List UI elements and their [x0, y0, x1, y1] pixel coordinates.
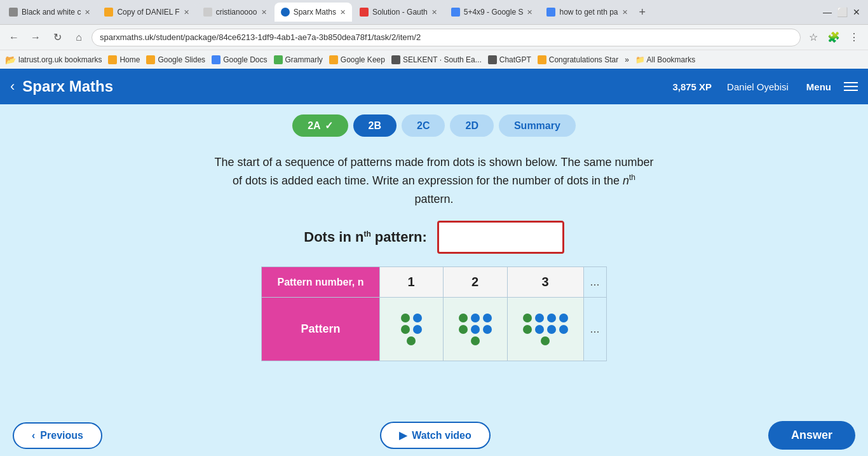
bookmark-congrats[interactable]: Congratulations Star — [538, 55, 618, 64]
main-content: 2A ✓ 2B 2C 2D Summary The start of a seq… — [0, 104, 868, 456]
task-tabs: 2A ✓ 2B 2C 2D Summary — [0, 104, 868, 143]
previous-button[interactable]: ‹ Previous — [13, 422, 102, 449]
tab-5[interactable]: Solution - Gauth ✕ — [353, 3, 444, 22]
nav-bar: ← → ↻ ⌂ ☆ 🧩 ⋮ — [0, 24, 868, 50]
url-bar[interactable] — [92, 29, 801, 46]
settings-button[interactable]: ⋮ — [845, 29, 863, 46]
watch-video-button[interactable]: ▶ Watch video — [380, 422, 491, 449]
bookmark-button[interactable]: ☆ — [804, 29, 822, 46]
hamburger-icon[interactable] — [844, 82, 858, 91]
bookmark-docs[interactable]: Google Docs — [212, 55, 267, 64]
col2-num: 2 — [443, 267, 507, 298]
bookmark-keep[interactable]: Google Keep — [329, 55, 385, 64]
more-cols-pattern: ... — [583, 298, 606, 361]
close-tab-4[interactable]: ✕ — [340, 8, 346, 17]
bookmarks-bar: 📂 latrust.org.uk bookmarks Home Google S… — [0, 50, 868, 69]
pattern-1 — [379, 298, 443, 361]
pattern-2 — [443, 298, 507, 361]
tab-3[interactable]: cristianoooo ✕ — [197, 3, 273, 22]
sparx-logo: Sparx Maths — [22, 78, 665, 95]
home-button[interactable]: ⌂ — [70, 29, 88, 46]
tab-2A[interactable]: 2A ✓ — [292, 114, 348, 137]
new-tab-button[interactable]: + — [635, 6, 650, 19]
pattern-table: Pattern number, n 1 2 3 ... Pattern — [261, 266, 606, 361]
more-cols-num: ... — [583, 267, 606, 298]
bookmark-latrust[interactable]: 📂 latrust.org.uk bookmarks — [5, 55, 102, 65]
bookmark-chatgpt[interactable]: ChatGPT — [488, 55, 531, 64]
col1-num: 1 — [379, 267, 443, 298]
answer-label: Dots in nth pattern: — [304, 229, 426, 245]
menu-button[interactable]: Menu — [806, 81, 831, 92]
pattern-3 — [507, 298, 583, 361]
sparx-header: ‹ Sparx Maths 3,875 XP Daniel Oyebisi Me… — [0, 69, 868, 104]
bookmark-selkent[interactable]: SELKENT · South Ea... — [391, 55, 482, 64]
chevron-left-icon: ‹ — [32, 430, 35, 441]
close-tab-3[interactable]: ✕ — [261, 8, 267, 17]
bookmark-slides[interactable]: Google Slides — [146, 55, 205, 64]
close-tab-6[interactable]: ✕ — [527, 8, 532, 17]
minimize-button[interactable]: — — [823, 7, 832, 17]
maximize-button[interactable]: ⬜ — [837, 7, 848, 17]
tab-6[interactable]: 5+4x9 - Google S ✕ — [445, 3, 539, 22]
tab-2D[interactable]: 2D — [450, 114, 493, 137]
pattern-number-header: Pattern number, n — [262, 267, 379, 298]
bookmark-grammarly[interactable]: Grammarly — [274, 55, 323, 64]
footer: ‹ Previous ▶ Watch video Answer — [0, 415, 868, 456]
extensions-button[interactable]: 🧩 — [825, 29, 843, 46]
tab-summary[interactable]: Summary — [499, 114, 576, 137]
back-button[interactable]: ← — [5, 29, 23, 46]
xp-display: 3,875 XP — [672, 81, 712, 92]
tab-2B[interactable]: 2B — [353, 114, 397, 137]
close-tab-5[interactable]: ✕ — [431, 8, 437, 17]
reload-button[interactable]: ↻ — [48, 29, 66, 46]
tab-2C[interactable]: 2C — [402, 114, 445, 137]
answer-area: Dots in nth pattern: — [0, 221, 868, 254]
col3-num: 3 — [507, 267, 583, 298]
answer-button[interactable]: Answer — [768, 421, 855, 450]
pattern-table-container: Pattern number, n 1 2 3 ... Pattern — [0, 266, 868, 361]
user-name: Daniel Oyebisi — [727, 81, 789, 92]
tab-2[interactable]: Copy of DANIEL F ✕ — [98, 3, 195, 22]
bookmark-more[interactable]: » — [625, 55, 629, 64]
checkmark-icon: ✓ — [325, 120, 333, 132]
answer-input[interactable] — [437, 221, 564, 254]
close-tab-7[interactable]: ✕ — [622, 8, 628, 17]
pattern-label: Pattern — [262, 298, 379, 361]
forward-button[interactable]: → — [27, 29, 44, 46]
sparx-back-button[interactable]: ‹ — [10, 78, 15, 95]
video-icon: ▶ — [399, 429, 407, 441]
bookmark-all[interactable]: 📁 All Bookmarks — [635, 55, 695, 64]
close-tab-2[interactable]: ✕ — [184, 8, 189, 17]
browser-chrome: Black and white c ✕ Copy of DANIEL F ✕ c… — [0, 0, 868, 69]
close-window-button[interactable]: ✕ — [853, 7, 860, 17]
tab-4-sparx[interactable]: Sparx Maths ✕ — [275, 3, 352, 22]
tab-1[interactable]: Black and white c ✕ — [3, 3, 97, 22]
close-tab-1[interactable]: ✕ — [85, 8, 90, 17]
bookmark-home[interactable]: Home — [108, 55, 140, 64]
question-text: The start of a sequence of patterns made… — [212, 153, 656, 208]
tab-bar: Black and white c ✕ Copy of DANIEL F ✕ c… — [0, 0, 868, 24]
tab-7[interactable]: how to get nth pa ✕ — [540, 3, 634, 22]
